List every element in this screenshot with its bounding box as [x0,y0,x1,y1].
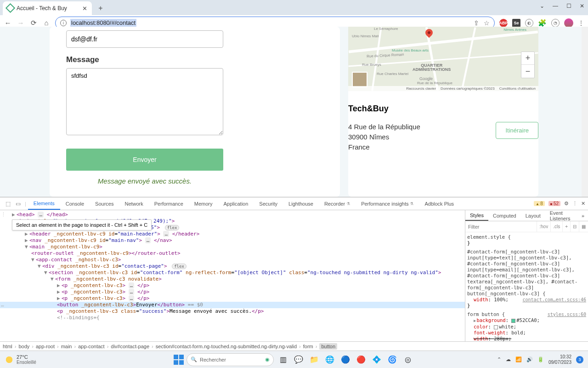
devtools-tab-sources[interactable]: Sources [90,197,119,210]
breadcrumbs[interactable]: html›body›app-root›main›app-contact›div#… [0,341,588,351]
toggle-icon-2[interactable]: ▦ [579,221,588,232]
crumb[interactable]: html [3,344,12,349]
dom-node[interactable]: ▶<p _ngcontent-lbv-c3> … </p> [0,289,465,295]
styles-pane[interactable]: element.style {}#contact-form[_ngcontent… [465,232,588,341]
edge-icon[interactable]: 🌀 [386,353,399,366]
zoom-in-button[interactable]: + [521,52,534,65]
start-button[interactable] [174,355,184,365]
wifi-icon[interactable]: 📶 [515,356,522,362]
toggle-icon[interactable]: ⊟ [570,221,579,232]
crumb[interactable]: app-contact [78,344,104,349]
crumb[interactable]: div#contact-page [111,344,149,349]
dom-node[interactable]: <!--bindings={ [0,315,465,321]
share-icon[interactable]: ⇪ [474,19,479,27]
chevron-down-icon[interactable]: ⌄ [540,3,544,9]
dom-node[interactable]: ▶<header _ngcontent-lbv-c9 id="main-head… [0,231,465,237]
minimize-button[interactable]: — [553,3,558,9]
crumb[interactable]: main [61,344,72,349]
onedrive-icon[interactable]: ☁ [506,356,511,362]
inspect-icon[interactable]: ⬚ [3,201,13,207]
scrollbar[interactable] [582,27,588,197]
crumb[interactable]: section#contact-form.ng-touched.ng-submi… [156,344,297,349]
styles-filter-input[interactable] [465,224,537,230]
profile-avatar[interactable] [564,18,573,28]
dom-node[interactable]: <router-outlet _ngcontent-lbv-c9></route… [0,250,465,257]
close-window-button[interactable]: ✕ [580,3,584,9]
dom-node[interactable]: ▼<div _ngcontent-lbv-c3 id="contact-page… [0,263,465,270]
weather-widget[interactable]: 27°C Ensoleillé [5,354,36,365]
map[interactable]: Ublo Nimes Mall Le Sémaphore Musée des B… [348,27,538,91]
crumb[interactable]: form [303,344,313,349]
devtools-tab-performance-insights[interactable]: Performance insights⚗ [356,197,419,210]
back-button[interactable]: ← [4,19,12,27]
adblock-icon[interactable]: ABP [499,19,508,27]
new-rule-button[interactable]: + [562,221,570,232]
devtools-tab-security[interactable]: Security [254,197,283,210]
chrome-icon[interactable]: 🌐 [323,353,336,366]
side-tab-event listeners[interactable]: Event Listeners [545,210,578,221]
submit-button[interactable]: Envoyer [66,149,223,171]
directions-button[interactable]: Itinéraire [496,122,538,139]
warning-badge[interactable]: 8 [534,201,545,206]
sound-icon[interactable]: 🔊 [526,356,533,362]
teams-icon[interactable]: 💬 [292,353,305,366]
chrome-profile-icon[interactable]: 🔴 [355,353,368,366]
clock[interactable]: 10:32 09/07/2023 [548,354,571,365]
dom-tree[interactable]: ⋮ Select an element in the page to inspe… [0,210,465,341]
cls-toggle[interactable]: .cls [550,221,562,232]
site-info-icon[interactable]: i [60,20,67,26]
map-layer-thumb[interactable] [352,72,368,87]
devtools-close-icon[interactable]: ✕ [581,201,585,207]
side-tab-computed[interactable]: Computed [488,213,521,218]
devtools-tab-adblock-plus[interactable]: Adblock Plus [419,197,459,210]
devtools-menu-icon[interactable]: ⋮ [572,201,577,207]
message-field[interactable] [66,68,223,135]
bookmark-icon[interactable]: ☆ [484,19,490,27]
selenium-icon[interactable]: Se [512,19,520,27]
dom-node[interactable]: ▶<nav _ngcontent-lbv-c9 id="main-nav"> …… [0,237,465,244]
explorer-icon[interactable]: 📁 [308,353,321,366]
taskbar-search[interactable]: 🔍 Rechercher ◉ [187,353,274,366]
side-tab-layout[interactable]: Layout [521,213,545,218]
crumb[interactable]: app-root [36,344,55,349]
extension-icon[interactable]: ◐ [525,19,533,27]
notification-badge[interactable]: 3 [576,356,583,363]
devtools-tab-lighthouse[interactable]: Lighthouse [283,197,319,210]
hov-toggle[interactable]: :hov [537,221,550,232]
extensions-icon[interactable]: 🧩 [538,19,547,27]
dom-node[interactable]: ▶<p _ngcontent-lbv-c3> … </p> [0,295,465,302]
crumb[interactable]: body [18,344,29,349]
devtools-tab-memory[interactable]: Memory [189,197,218,210]
canary-icon[interactable]: 🔵 [339,353,352,366]
home-button[interactable]: ⌂ [42,19,51,27]
devtools-tab-recorder[interactable]: Recorder⚗ [319,197,356,210]
extension-icon-2[interactable]: ◔ [551,19,560,27]
device-toggle-icon[interactable]: ▭ [13,201,23,207]
reload-button[interactable]: ⟳ [29,19,38,27]
devtools-settings-icon[interactable]: ⚙ [564,201,569,207]
new-tab-button[interactable]: + [95,2,107,14]
taskview-icon[interactable]: ▥ [277,353,289,366]
more-tabs-icon[interactable]: » [578,213,588,218]
dom-node[interactable]: ▼<section _ngcontent-lbv-c3 id="contact-… [0,270,465,276]
dom-node[interactable]: <p _ngcontent-lbv-c3 class="success">Mes… [0,308,465,315]
browser-menu-icon[interactable]: ⋮ [578,19,584,27]
browser-tab[interactable]: Accueil - Tech & Buy ✕ [3,1,92,15]
battery-icon[interactable]: 🔋 [537,356,544,362]
dom-node[interactable]: ▼<app-contact _nghost-lbv-c3> [0,257,465,263]
dom-node[interactable]: ▼<form _ngcontent-lbv-c3 novalidate> [0,276,465,282]
vscode-icon[interactable]: 💠 [370,353,383,366]
devtools-tab-console[interactable]: Console [60,197,90,210]
maximize-button[interactable]: ☐ [566,3,571,9]
zoom-out-button[interactable]: − [521,65,534,78]
devtools-tab-application[interactable]: Application [218,197,254,210]
email-field[interactable] [66,30,223,48]
dom-node[interactable]: ▼<main _ngcontent-lbv-c9> [0,244,465,250]
tray-chevron-icon[interactable]: ⌃ [497,356,501,362]
crumb[interactable]: button [319,343,337,350]
dom-node[interactable]: ▶<p _ngcontent-lbv-c3> … </p> [0,282,465,289]
app-icon[interactable]: ◎ [401,353,414,366]
side-tab-styles[interactable]: Styles [465,210,488,221]
error-badge[interactable]: 52 [548,201,560,206]
devtools-tab-performance[interactable]: Performance [149,197,189,210]
